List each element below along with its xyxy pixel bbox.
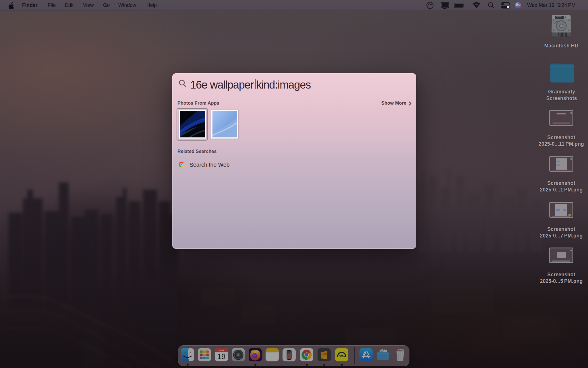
svg-text:MAR: MAR [218, 349, 224, 352]
svg-text:19: 19 [217, 352, 226, 361]
